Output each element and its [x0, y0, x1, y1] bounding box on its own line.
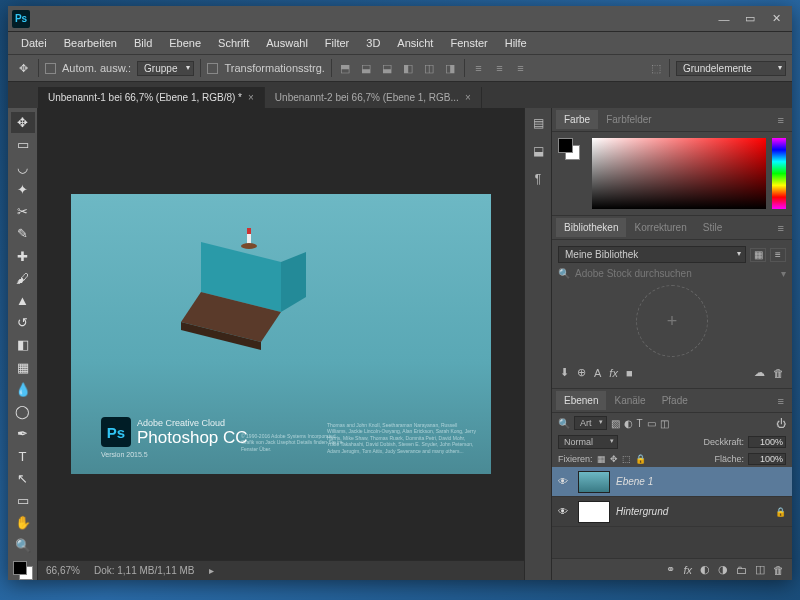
history-panel-icon[interactable]: ▤: [529, 114, 547, 132]
filter-adjust-icon[interactable]: ◐: [624, 418, 633, 429]
zoom-level[interactable]: 66,67%: [46, 565, 80, 576]
close-icon[interactable]: ×: [465, 92, 471, 103]
filter-shape-icon[interactable]: ▭: [647, 418, 656, 429]
tab-farbe[interactable]: Farbe: [556, 110, 598, 129]
layer-row[interactable]: 👁 Ebene 1: [552, 467, 792, 497]
align-left-icon[interactable]: ◧: [401, 61, 416, 76]
menu-ebene[interactable]: Ebene: [162, 35, 208, 51]
add-graphic-icon[interactable]: ⬇: [560, 366, 569, 379]
transform-checkbox[interactable]: [207, 63, 218, 74]
tab-stile[interactable]: Stile: [695, 218, 730, 237]
marquee-tool[interactable]: ▭: [11, 134, 35, 155]
lasso-tool[interactable]: ◡: [11, 156, 35, 177]
add-color-icon[interactable]: ■: [626, 367, 633, 379]
fg-color-icon[interactable]: [13, 561, 27, 575]
fill-input[interactable]: 100%: [748, 453, 786, 465]
move-tool[interactable]: ✥: [11, 112, 35, 133]
chevron-icon[interactable]: ▸: [209, 565, 214, 576]
group-icon[interactable]: 🗀: [736, 564, 747, 576]
tab-farbfelder[interactable]: Farbfelder: [598, 110, 660, 129]
filter-type-icon[interactable]: T: [637, 418, 643, 429]
brush-tool[interactable]: 🖌: [11, 268, 35, 289]
opacity-input[interactable]: 100%: [748, 436, 786, 448]
shape-tool[interactable]: ▭: [11, 490, 35, 511]
workspace-dropdown[interactable]: Grundelemente: [676, 61, 786, 76]
layer-thumb[interactable]: [578, 501, 610, 523]
panel-menu-icon[interactable]: ≡: [774, 222, 788, 234]
menu-3d[interactable]: 3D: [359, 35, 387, 51]
visibility-icon[interactable]: 👁: [558, 506, 572, 517]
lock-artboard-icon[interactable]: ⬚: [622, 454, 631, 464]
tab-ebenen[interactable]: Ebenen: [556, 391, 606, 410]
tab-korrekturen[interactable]: Korrekturen: [626, 218, 694, 237]
maximize-button[interactable]: ▭: [738, 11, 762, 27]
menu-bild[interactable]: Bild: [127, 35, 159, 51]
filter-toggle[interactable]: ⏻: [776, 418, 786, 429]
autoselect-checkbox[interactable]: [45, 63, 56, 74]
pen-tool[interactable]: ✒: [11, 423, 35, 444]
menu-fenster[interactable]: Fenster: [443, 35, 494, 51]
lock-pixels-icon[interactable]: ▦: [597, 454, 606, 464]
layer-mask-icon[interactable]: ◐: [700, 563, 710, 576]
tab-unbenannt-1[interactable]: Unbenannt-1 bei 66,7% (Ebene 1, RGB/8) *…: [38, 87, 265, 108]
color-field[interactable]: [592, 138, 766, 209]
align-right-icon[interactable]: ◨: [443, 61, 458, 76]
filter-smart-icon[interactable]: ◫: [660, 418, 669, 429]
filter-pixel-icon[interactable]: ▧: [611, 418, 620, 429]
filter-kind-dropdown[interactable]: Art: [574, 416, 607, 430]
lock-all-icon[interactable]: 🔒: [635, 454, 646, 464]
lock-position-icon[interactable]: ✥: [610, 454, 618, 464]
adjustment-icon[interactable]: ◑: [718, 563, 728, 576]
menu-bearbeiten[interactable]: Bearbeiten: [57, 35, 124, 51]
history-brush-tool[interactable]: ↺: [11, 312, 35, 333]
layer-name[interactable]: Hintergrund: [616, 506, 668, 517]
blur-tool[interactable]: 💧: [11, 379, 35, 400]
color-swatch[interactable]: [13, 561, 33, 580]
blend-mode-dropdown[interactable]: Normal: [558, 435, 618, 449]
link-layers-icon[interactable]: ⚭: [666, 563, 675, 576]
align-bottom-icon[interactable]: ⬓: [380, 61, 395, 76]
list-view-icon[interactable]: ≡: [770, 248, 786, 262]
3d-mode-icon[interactable]: ⬚: [648, 61, 663, 76]
type-tool[interactable]: T: [11, 446, 35, 467]
panel-menu-icon[interactable]: ≡: [774, 395, 788, 407]
add-charstyle-icon[interactable]: ⊕: [577, 366, 586, 379]
hue-slider[interactable]: [772, 138, 786, 209]
library-drop-zone[interactable]: +: [636, 285, 708, 357]
close-button[interactable]: ✕: [764, 11, 788, 27]
menu-ansicht[interactable]: Ansicht: [390, 35, 440, 51]
layer-row[interactable]: 👁 Hintergrund 🔒: [552, 497, 792, 527]
move-tool-icon[interactable]: ✥: [14, 59, 32, 77]
crop-tool[interactable]: ✂: [11, 201, 35, 222]
layer-style-icon[interactable]: fx: [683, 564, 692, 576]
library-search[interactable]: 🔍 Adobe Stock durchsuchen ▾: [558, 268, 786, 279]
trash-icon[interactable]: 🗑: [773, 564, 784, 576]
tab-unbenannt-2[interactable]: Unbenannt-2 bei 66,7% (Ebene 1, RGB... ×: [265, 87, 482, 108]
menu-hilfe[interactable]: Hilfe: [498, 35, 534, 51]
canvas[interactable]: Ps Adobe Creative Cloud Photoshop CC Ver…: [71, 194, 491, 474]
align-top-icon[interactable]: ⬒: [338, 61, 353, 76]
stamp-tool[interactable]: ▲: [11, 290, 35, 311]
lock-icon[interactable]: 🔒: [775, 507, 786, 517]
align-hcenter-icon[interactable]: ◫: [422, 61, 437, 76]
library-dropdown[interactable]: Meine Bibliothek: [558, 246, 746, 263]
minimize-button[interactable]: —: [712, 11, 736, 27]
tab-pfade[interactable]: Pfade: [654, 391, 696, 410]
distribute-icon[interactable]: ≡: [471, 61, 486, 76]
search-icon[interactable]: 🔍: [558, 418, 570, 429]
zoom-tool[interactable]: 🔍: [11, 534, 35, 555]
eraser-tool[interactable]: ◧: [11, 334, 35, 355]
menu-filter[interactable]: Filter: [318, 35, 356, 51]
color-swatch[interactable]: [558, 138, 580, 160]
new-layer-icon[interactable]: ◫: [755, 563, 765, 576]
hand-tool[interactable]: ✋: [11, 512, 35, 533]
heal-tool[interactable]: ✚: [11, 245, 35, 266]
close-icon[interactable]: ×: [248, 92, 254, 103]
fg-swatch-icon[interactable]: [558, 138, 573, 153]
path-tool[interactable]: ↖: [11, 468, 35, 489]
panel-menu-icon[interactable]: ≡: [774, 114, 788, 126]
menu-auswahl[interactable]: Auswahl: [259, 35, 315, 51]
distribute2-icon[interactable]: ≡: [492, 61, 507, 76]
add-text-icon[interactable]: A: [594, 367, 601, 379]
grid-view-icon[interactable]: ▦: [750, 248, 766, 262]
